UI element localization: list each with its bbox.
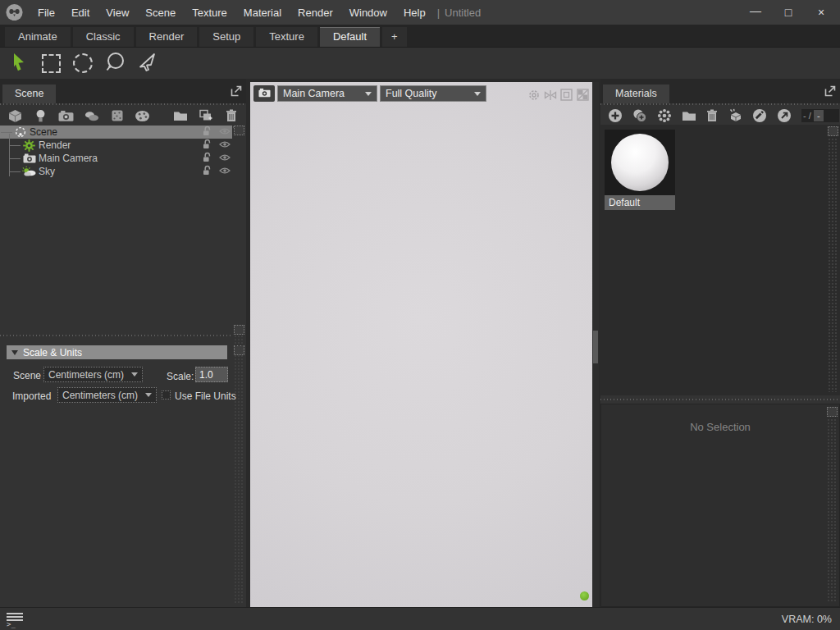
add-workspace-tab-button[interactable]: +: [382, 27, 407, 47]
menu-material[interactable]: Material: [235, 7, 290, 19]
goto-material-icon[interactable]: [777, 108, 792, 124]
folder-icon[interactable]: [682, 108, 696, 124]
render-settings-gear-icon[interactable]: [527, 88, 541, 102]
console-log-button[interactable]: >_: [7, 613, 23, 626]
scroll-handle[interactable]: [828, 126, 838, 136]
menu-render[interactable]: Render: [290, 7, 341, 19]
scroll-handle[interactable]: [234, 126, 244, 135]
add-material-palette-icon[interactable]: [135, 108, 150, 124]
viewport-scrollbar[interactable]: [592, 82, 599, 607]
workspace-tab-render[interactable]: Render: [136, 27, 198, 47]
select-tool[interactable]: [7, 52, 30, 75]
tree-row-sky[interactable]: Sky: [0, 165, 232, 178]
flip-view-icon[interactable]: [543, 88, 557, 102]
eye-icon[interactable]: [219, 153, 231, 164]
tab-materials[interactable]: Materials: [603, 84, 669, 103]
popout-icon[interactable]: [231, 85, 242, 97]
minimize-button[interactable]: —: [748, 4, 763, 17]
popout-icon[interactable]: [824, 85, 836, 97]
material-thumbnail: [605, 130, 675, 195]
viewport-toolbar: Main Camera Full Quality: [253, 85, 486, 102]
scale-input[interactable]: [195, 367, 228, 382]
eye-icon[interactable]: [219, 126, 231, 138]
scrollbar-track[interactable]: [827, 418, 838, 603]
workspace-tab-animate[interactable]: Animate: [5, 27, 71, 47]
scene-unit-dropdown[interactable]: Centimeters (cm): [43, 367, 143, 382]
delete-icon[interactable]: [706, 108, 718, 124]
lock-icon[interactable]: [203, 126, 212, 139]
workspace-tab-classic[interactable]: Classic: [73, 27, 134, 47]
tree-row-scene[interactable]: Scene: [0, 126, 232, 139]
use-file-units-checkbox[interactable]: [162, 390, 171, 399]
region-frame-icon[interactable]: [559, 88, 573, 102]
scrollbar-track[interactable]: [828, 138, 838, 392]
material-properties-panel: No Selection: [600, 404, 840, 607]
titlebar: File Edit View Scene Texture Material Re…: [0, 0, 840, 25]
render-region-icon[interactable]: [576, 88, 590, 102]
log-lines-icon: [7, 613, 23, 614]
tree-row-main-camera[interactable]: Main Camera: [0, 152, 232, 165]
menu-view[interactable]: View: [98, 7, 137, 19]
camera-button[interactable]: [253, 85, 275, 102]
menu-window[interactable]: Window: [341, 7, 395, 19]
scene-unit-label: Scene: [13, 370, 41, 381]
polygon-select-tool[interactable]: [135, 52, 158, 75]
add-group-icon[interactable]: [198, 108, 213, 124]
viewport-scrollbar-thumb[interactable]: [593, 331, 598, 363]
workspace-tab-texture[interactable]: Texture: [256, 27, 317, 47]
tree-row-render[interactable]: Render: [0, 139, 232, 152]
add-geometry-icon[interactable]: [7, 108, 23, 124]
materials-panel-tabstrip: Materials: [600, 79, 840, 103]
scale-units-title: Scale & Units: [23, 347, 82, 358]
divider: [600, 399, 840, 400]
collapse-triangle-icon: [11, 350, 18, 355]
lock-icon[interactable]: [203, 165, 212, 178]
tab-scene[interactable]: Scene: [2, 84, 56, 103]
eye-icon[interactable]: [219, 139, 231, 151]
close-button[interactable]: ×: [814, 6, 829, 19]
ellipse-select-tool[interactable]: [71, 52, 94, 75]
scale-units-header[interactable]: Scale & Units: [7, 345, 227, 359]
scroll-handle[interactable]: [827, 407, 838, 417]
add-light-icon[interactable]: [33, 108, 48, 124]
menubar: File Edit View Scene Texture Material Re…: [30, 7, 434, 19]
lock-icon[interactable]: [203, 139, 212, 152]
workspace-tab-setup[interactable]: Setup: [199, 27, 253, 47]
menu-help[interactable]: Help: [395, 7, 434, 19]
chevron-down-icon: [365, 92, 372, 96]
app-logo-skull-icon[interactable]: [3, 2, 25, 23]
menu-file[interactable]: File: [30, 7, 63, 19]
duplicate-material-icon[interactable]: [632, 108, 647, 124]
row-controls: [203, 165, 231, 178]
eye-icon[interactable]: [219, 166, 231, 177]
camera-dropdown[interactable]: Main Camera: [277, 85, 377, 102]
scrollbar-track[interactable]: [234, 335, 244, 604]
edit-material-icon[interactable]: [752, 108, 767, 124]
random-material-dice-icon[interactable]: [728, 108, 742, 124]
delete-icon[interactable]: [223, 108, 239, 124]
quality-dropdown[interactable]: Full Quality: [380, 85, 486, 102]
viewport-canvas[interactable]: Main Camera Full Quality: [250, 82, 592, 607]
material-graph-icon[interactable]: [657, 108, 672, 124]
lock-icon[interactable]: [203, 152, 212, 165]
material-counter-total[interactable]: -: [814, 110, 824, 121]
lasso-select-tool[interactable]: [103, 52, 126, 75]
tree-item-label: Sky: [39, 166, 55, 177]
menu-scene[interactable]: Scene: [137, 7, 184, 19]
add-camera-icon[interactable]: [58, 108, 74, 124]
folder-icon[interactable]: [172, 108, 188, 124]
material-item-default[interactable]: Default: [605, 130, 675, 210]
add-material-icon[interactable]: [608, 108, 623, 124]
statusbar: >_ VRAM: 0%: [0, 607, 840, 630]
workspace-tab-default[interactable]: Default: [320, 27, 380, 47]
maximize-button[interactable]: □: [781, 6, 796, 19]
scene-root-icon: [13, 126, 27, 138]
add-texture-icon[interactable]: [109, 108, 125, 124]
cursor-arrow-icon: [11, 52, 27, 75]
menu-edit[interactable]: Edit: [63, 7, 98, 19]
rectangle-select-tool[interactable]: [39, 52, 62, 75]
add-environment-icon[interactable]: [84, 108, 99, 124]
menu-texture[interactable]: Texture: [184, 7, 235, 19]
imported-unit-dropdown[interactable]: Centimeters (cm): [57, 387, 157, 403]
scroll-handle[interactable]: [234, 325, 244, 335]
